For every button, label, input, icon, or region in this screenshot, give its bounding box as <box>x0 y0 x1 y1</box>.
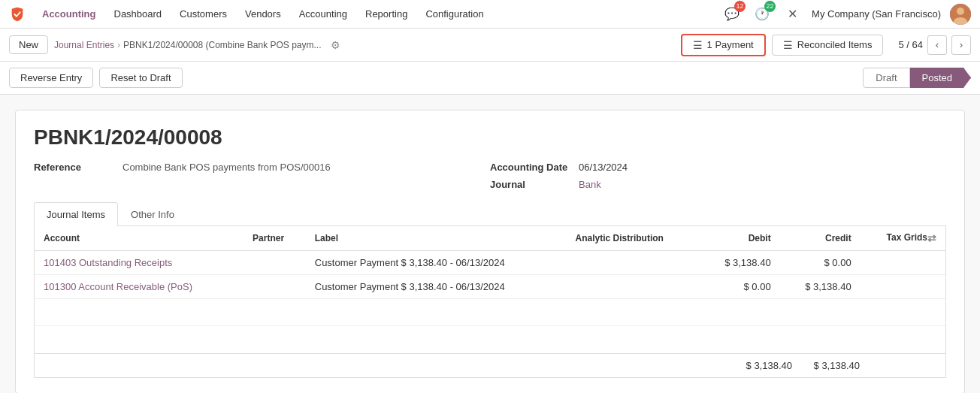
next-page-button[interactable]: › <box>951 35 971 55</box>
gear-icon[interactable]: ⚙ <box>331 39 340 51</box>
table-row: 101403 Outstanding Receipts Customer Pay… <box>35 251 945 275</box>
nav-vendors[interactable]: Vendors <box>237 5 289 23</box>
table-row: 101300 Account Receivable (PoS) Customer… <box>35 275 945 299</box>
fields-section: Reference Combine Bank POS payments from… <box>34 162 946 190</box>
tab-journal-items[interactable]: Journal Items <box>34 202 118 226</box>
nav-right: 💬 12 🕐 22 ✕ My Company (San Francisco) <box>721 4 971 25</box>
form-card: PBNK1/2024/00008 Reference Combine Bank … <box>15 110 965 393</box>
nav-accounting-sub[interactable]: Accounting <box>292 5 355 23</box>
prev-page-button[interactable]: ‹ <box>927 35 947 55</box>
credit-cell-2: $ 3,138.40 <box>780 275 861 299</box>
status-bar: Draft Posted <box>863 68 971 88</box>
partner-cell-1 <box>243 251 306 275</box>
list-lines-icon: ☰ <box>693 39 703 51</box>
reference-field: Reference Combine Bank POS payments from… <box>34 162 490 173</box>
reference-label: Reference <box>34 162 116 173</box>
messages-badge: 12 <box>734 1 746 12</box>
col-analytic: Analytic Distribution <box>567 226 700 251</box>
credit-cell-1: $ 0.00 <box>780 251 861 275</box>
app-logo[interactable] <box>9 6 26 23</box>
svg-point-1 <box>957 8 964 15</box>
breadcrumb-parent[interactable]: Journal Entries <box>54 40 114 50</box>
main-content: PBNK1/2024/00008 Reference Combine Bank … <box>0 95 980 393</box>
posted-status-button[interactable]: Posted <box>910 68 971 88</box>
col-credit: Credit <box>780 226 861 251</box>
tab-other-info[interactable]: Other Info <box>118 202 187 226</box>
activities-button[interactable]: 🕐 22 <box>752 4 773 25</box>
center-actions: ☰ 1 Payment ☰ Reconciled Items <box>681 34 884 56</box>
tax-grids-cell-2 <box>861 275 945 299</box>
empty-row <box>35 299 945 326</box>
table-header-row: Account Partner Label Analytic Distribut… <box>35 226 945 251</box>
action-bar: Reverse Entry Reset to Draft Draft Poste… <box>0 62 980 95</box>
reconciled-label: Reconciled Items <box>797 39 873 50</box>
analytic-cell-2 <box>567 275 700 299</box>
avatar[interactable] <box>950 4 971 25</box>
reset-to-draft-button[interactable]: Reset to Draft <box>99 68 182 88</box>
reference-value: Combine Bank POS payments from POS/00016 <box>122 162 331 173</box>
reconciled-items-button[interactable]: ☰ Reconciled Items <box>772 35 884 56</box>
journal-field: Journal Bank <box>490 179 946 190</box>
debit-total: $ 3,138.40 <box>733 360 801 371</box>
accounting-date-field: Accounting Date 06/13/2024 <box>490 162 946 173</box>
journal-items-table: Account Partner Label Analytic Distribut… <box>34 226 946 378</box>
empty-row-2 <box>35 326 945 353</box>
list-icon: ☰ <box>783 39 793 51</box>
messages-button[interactable]: 💬 12 <box>721 4 743 25</box>
account-cell-2[interactable]: 101300 Account Receivable (PoS) <box>35 275 243 299</box>
top-nav: Accounting Dashboard Customers Vendors A… <box>0 0 980 29</box>
nav-accounting[interactable]: Accounting <box>35 5 104 23</box>
label-cell-1: Customer Payment $ 3,138.40 - 06/13/2024 <box>306 251 567 275</box>
breadcrumb-separator: › <box>117 40 120 50</box>
breadcrumb: Journal Entries › PBNK1/2024/00008 (Comb… <box>54 40 322 50</box>
debit-cell-2: $ 0.00 <box>700 275 780 299</box>
page-info: 5 / 64 <box>898 39 923 50</box>
breadcrumb-bar: New Journal Entries › PBNK1/2024/00008 (… <box>0 29 980 62</box>
tax-grids-cell-1 <box>861 251 945 275</box>
draft-status-button[interactable]: Draft <box>863 68 909 88</box>
accounting-date-value[interactable]: 06/13/2024 <box>579 162 628 173</box>
nav-dashboard[interactable]: Dashboard <box>107 5 170 23</box>
nav-reporting[interactable]: Reporting <box>358 5 415 23</box>
nav-customers[interactable]: Customers <box>172 5 234 23</box>
close-icon-btn[interactable]: ✕ <box>782 4 803 25</box>
account-cell-1[interactable]: 101403 Outstanding Receipts <box>35 251 243 275</box>
col-partner: Partner <box>243 226 306 251</box>
activities-badge: 22 <box>764 1 776 12</box>
col-label: Label <box>306 226 567 251</box>
new-button[interactable]: New <box>9 35 48 54</box>
analytic-cell-1 <box>567 251 700 275</box>
x-icon: ✕ <box>788 7 797 21</box>
document-number: PBNK1/2024/00008 <box>34 125 946 150</box>
table-footer: $ 3,138.40 $ 3,138.40 <box>35 353 945 377</box>
reverse-entry-button[interactable]: Reverse Entry <box>9 68 93 88</box>
col-account: Account <box>35 226 243 251</box>
company-name[interactable]: My Company (San Francisco) <box>812 8 941 20</box>
nav-configuration[interactable]: Configuration <box>418 5 491 23</box>
breadcrumb-current: PBNK1/2024/00008 (Combine Bank POS paym.… <box>123 40 321 50</box>
adjust-columns-icon[interactable]: ⇄ <box>927 232 936 244</box>
col-debit: Debit <box>700 226 780 251</box>
journal-label: Journal <box>490 179 573 190</box>
label-cell-2: Customer Payment $ 3,138.40 - 06/13/2024 <box>306 275 567 299</box>
col-tax-grids: Tax Grids ⇄ <box>861 226 945 251</box>
journal-value[interactable]: Bank <box>579 179 601 190</box>
debit-cell-1: $ 3,138.40 <box>700 251 780 275</box>
credit-total: $ 3,138.40 <box>801 360 869 371</box>
tabs: Journal Items Other Info <box>34 202 946 226</box>
partner-cell-2 <box>243 275 306 299</box>
payment-label: 1 Payment <box>707 39 754 50</box>
accounting-date-label: Accounting Date <box>490 162 573 173</box>
pagination: 5 / 64 ‹ › <box>898 35 971 55</box>
payment-button[interactable]: ☰ 1 Payment <box>681 34 766 56</box>
